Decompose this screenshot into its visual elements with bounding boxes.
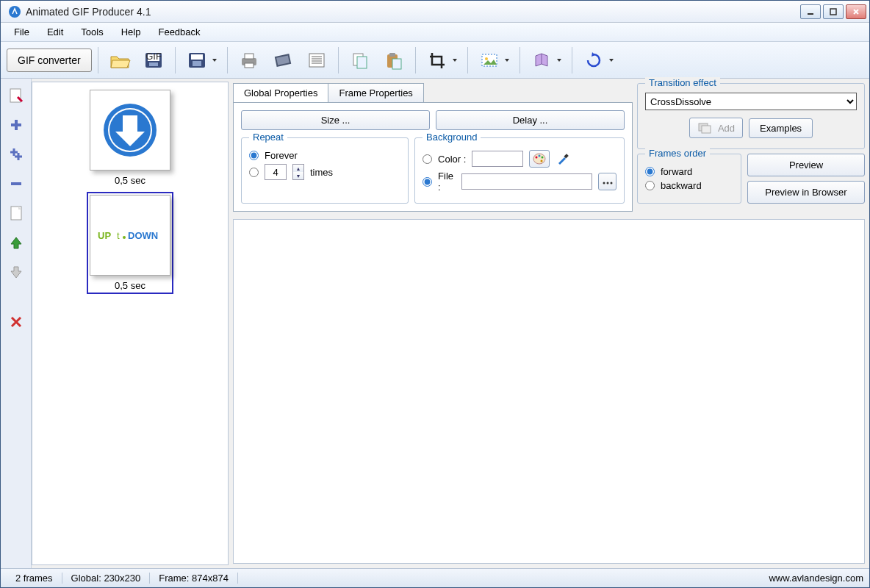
order-backward-radio[interactable] bbox=[645, 181, 655, 190]
side-toolbar bbox=[1, 79, 32, 568]
svg-rect-9 bbox=[193, 61, 201, 66]
status-frames: 2 frames bbox=[7, 573, 62, 584]
bg-file-input[interactable] bbox=[461, 173, 592, 190]
video-button[interactable] bbox=[267, 46, 298, 74]
frame-item[interactable]: 0,5 sec bbox=[90, 90, 170, 186]
menubar: File Edit Tools Help Feedback bbox=[1, 23, 869, 42]
statusbar: 2 frames Global: 230x230 Frame: 874x874 … bbox=[1, 568, 869, 587]
delete-icon[interactable] bbox=[5, 311, 27, 333]
close-button[interactable] bbox=[846, 4, 866, 19]
move-up-icon[interactable] bbox=[5, 232, 27, 254]
svg-point-38 bbox=[536, 157, 538, 159]
repeat-times-label: times bbox=[310, 167, 333, 178]
menu-help[interactable]: Help bbox=[114, 24, 148, 40]
add-transition-button[interactable]: Add bbox=[689, 118, 743, 138]
maximize-button[interactable] bbox=[823, 4, 844, 19]
frame-thumb-2: UPtDOWN bbox=[90, 195, 170, 276]
menu-file[interactable]: File bbox=[7, 24, 37, 40]
new-page-icon[interactable] bbox=[5, 202, 27, 224]
tab-frame-properties[interactable]: Frame Properties bbox=[328, 83, 423, 102]
gif-converter-button[interactable]: GIF converter bbox=[7, 49, 92, 72]
order-forward-radio[interactable] bbox=[645, 167, 655, 176]
background-legend: Background bbox=[423, 132, 481, 143]
svg-point-41 bbox=[541, 160, 543, 162]
repeat-forever-label: Forever bbox=[265, 150, 298, 161]
preview-browser-button[interactable]: Preview in Browser bbox=[747, 181, 865, 204]
svg-rect-47 bbox=[702, 126, 711, 133]
bg-file-label: File : bbox=[438, 171, 456, 193]
refresh-button[interactable] bbox=[578, 46, 618, 74]
global-properties-panel: Size ... Delay ... Repeat Forever bbox=[233, 102, 633, 212]
svg-rect-23 bbox=[389, 53, 395, 57]
palette-icon[interactable] bbox=[529, 150, 550, 168]
gif-save-button[interactable]: GIF bbox=[138, 46, 169, 74]
preview-button[interactable]: Preview bbox=[747, 154, 865, 176]
move-down-icon[interactable] bbox=[5, 261, 27, 283]
book-button[interactable] bbox=[526, 46, 566, 74]
status-frame: Frame: 874x874 bbox=[150, 573, 238, 584]
size-button[interactable]: Size ... bbox=[241, 110, 430, 130]
print-button[interactable] bbox=[234, 46, 265, 74]
delay-button[interactable]: Delay ... bbox=[436, 110, 625, 130]
save-button[interactable] bbox=[181, 46, 221, 74]
transition-select[interactable]: CrossDissolve bbox=[645, 93, 857, 110]
order-forward-label: forward bbox=[661, 166, 692, 177]
svg-point-26 bbox=[485, 57, 488, 60]
add-icon[interactable] bbox=[5, 114, 27, 136]
repeat-legend: Repeat bbox=[249, 132, 287, 143]
browse-file-button[interactable] bbox=[598, 173, 616, 190]
eyedropper-icon[interactable] bbox=[556, 151, 570, 166]
transition-legend: Transition effect bbox=[645, 77, 720, 88]
repeat-times-spinner[interactable]: ▲▼ bbox=[292, 164, 304, 180]
svg-rect-21 bbox=[357, 57, 367, 68]
repeat-times-radio[interactable] bbox=[249, 168, 259, 177]
crop-button[interactable] bbox=[422, 46, 461, 74]
bg-color-radio[interactable] bbox=[423, 154, 432, 164]
svg-text:UP: UP bbox=[98, 230, 111, 241]
frame-thumb-1 bbox=[90, 90, 170, 171]
svg-point-39 bbox=[539, 155, 541, 157]
svg-point-43 bbox=[603, 182, 605, 184]
list-button[interactable] bbox=[301, 46, 332, 74]
remove-icon[interactable] bbox=[5, 173, 27, 195]
open-folder-button[interactable] bbox=[104, 46, 135, 74]
tab-global-properties[interactable]: Global Properties bbox=[233, 83, 328, 102]
status-url[interactable]: www.avlandesign.com bbox=[769, 573, 863, 584]
frames-order-legend: Frames order bbox=[645, 148, 710, 159]
frames-stack-icon bbox=[697, 122, 713, 134]
svg-rect-8 bbox=[191, 54, 203, 60]
paste-button[interactable] bbox=[378, 46, 409, 74]
bg-color-input[interactable] bbox=[472, 151, 523, 167]
svg-rect-15 bbox=[309, 54, 324, 67]
svg-text:GIF: GIF bbox=[145, 51, 162, 62]
repeat-forever-radio[interactable] bbox=[249, 151, 259, 160]
frame-item[interactable]: UPtDOWN 0,5 sec bbox=[87, 192, 173, 294]
svg-rect-2 bbox=[830, 9, 836, 15]
svg-rect-24 bbox=[392, 59, 401, 69]
examples-button[interactable]: Examples bbox=[749, 118, 813, 138]
window-title: Animated GIF Producer 4.1 bbox=[26, 6, 800, 18]
titlebar: Animated GIF Producer 4.1 bbox=[1, 1, 869, 23]
repeat-times-input[interactable] bbox=[265, 164, 287, 180]
frame-caption: 0,5 sec bbox=[90, 175, 170, 186]
svg-rect-12 bbox=[245, 63, 254, 68]
menu-feedback[interactable]: Feedback bbox=[151, 24, 207, 40]
status-global: Global: 230x230 bbox=[62, 573, 151, 584]
svg-point-44 bbox=[606, 182, 608, 184]
svg-rect-1 bbox=[808, 13, 813, 15]
order-backward-label: backward bbox=[661, 180, 702, 191]
paint-icon[interactable] bbox=[5, 85, 27, 107]
image-button[interactable] bbox=[474, 46, 514, 74]
svg-text:DOWN: DOWN bbox=[128, 230, 158, 241]
copy-button[interactable] bbox=[345, 46, 375, 74]
svg-rect-6 bbox=[149, 62, 158, 66]
bg-file-radio[interactable] bbox=[423, 177, 432, 187]
minimize-button[interactable] bbox=[800, 4, 821, 19]
add-multi-icon[interactable] bbox=[5, 143, 27, 165]
app-icon bbox=[8, 5, 21, 18]
menu-tools[interactable]: Tools bbox=[73, 24, 110, 40]
menu-edit[interactable]: Edit bbox=[40, 24, 71, 40]
tabs: Global Properties Frame Properties bbox=[233, 83, 633, 102]
svg-point-35 bbox=[123, 236, 126, 239]
svg-point-40 bbox=[542, 157, 544, 159]
